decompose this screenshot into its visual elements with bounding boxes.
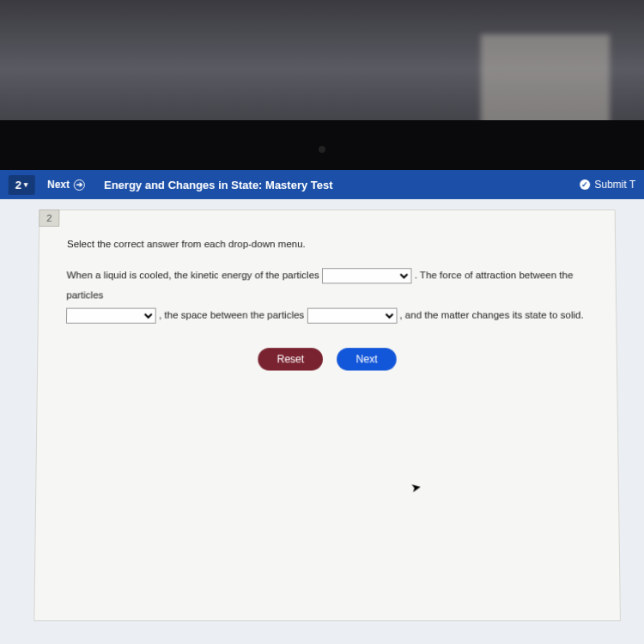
- submit-test-button[interactable]: ✓ Submit T: [580, 179, 635, 191]
- nav-next-button[interactable]: Next ➔: [47, 179, 85, 191]
- reset-button[interactable]: Reset: [258, 348, 323, 370]
- dropdown-kinetic-energy[interactable]: [322, 268, 412, 283]
- question-instruction: Select the correct answer from each drop…: [67, 236, 587, 253]
- submit-label: Submit T: [594, 179, 635, 191]
- question-indicator-number: 2: [15, 178, 21, 191]
- question-card: 2 Select the correct answer from each dr…: [33, 210, 621, 621]
- chevron-down-icon: ▾: [24, 180, 28, 189]
- question-content: Select the correct answer from each drop…: [38, 228, 617, 370]
- question-indicator[interactable]: 2 ▾: [9, 174, 36, 194]
- page-title: Energy and Changes in State: Mastery Tes…: [104, 178, 333, 191]
- question-sentence: When a liquid is cooled, the kinetic ene…: [66, 265, 588, 325]
- sentence-seg-1: When a liquid is cooled, the kinetic ene…: [67, 270, 322, 280]
- cursor-icon: ➤: [410, 479, 422, 495]
- sentence-seg-4: , and the matter changes its state to so…: [399, 309, 583, 319]
- arrow-right-icon: ➔: [74, 179, 85, 190]
- sentence-seg-3: , the space between the particles: [159, 309, 307, 319]
- laptop-screen: 2 ▾ Next ➔ Energy and Changes in State: …: [0, 170, 644, 644]
- dropdown-space-between[interactable]: [307, 307, 397, 323]
- topbar: 2 ▾ Next ➔ Energy and Changes in State: …: [0, 170, 644, 199]
- dropdown-force-attraction[interactable]: [66, 307, 156, 323]
- nav-next-label: Next: [47, 179, 70, 191]
- laptop-bezel: [0, 120, 644, 172]
- check-icon: ✓: [580, 179, 590, 190]
- next-button[interactable]: Next: [337, 348, 396, 370]
- question-number-badge: 2: [39, 210, 59, 227]
- button-row: Reset Next: [65, 348, 588, 370]
